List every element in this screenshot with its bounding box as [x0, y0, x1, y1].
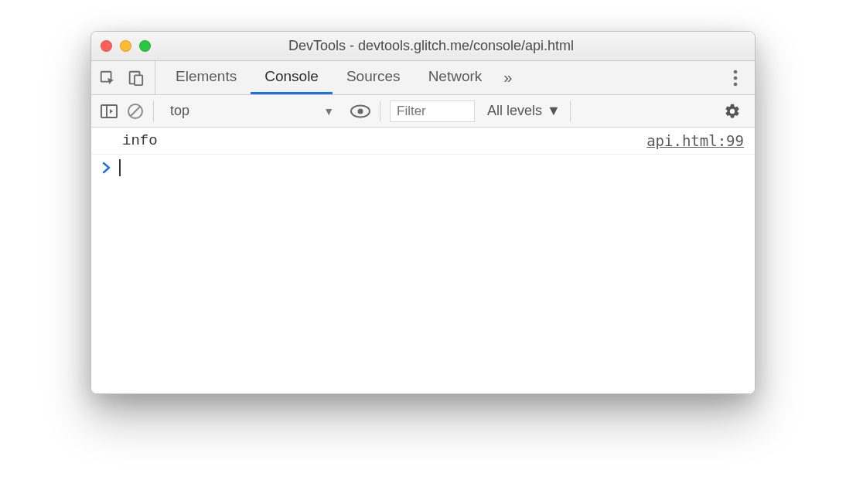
kebab-menu-icon[interactable]: [724, 61, 747, 94]
window-title: DevTools - devtools.glitch.me/console/ap…: [117, 38, 745, 54]
device-toolbar-icon[interactable]: [127, 70, 144, 87]
inspect-tools: [99, 61, 155, 94]
tabs-overflow-button[interactable]: »: [496, 61, 520, 94]
log-levels-label: All levels: [487, 103, 542, 119]
log-message: info: [122, 132, 158, 149]
caret-down-icon: ▼: [323, 105, 334, 117]
tabs-row: Elements Console Sources Network »: [91, 61, 755, 95]
svg-line-9: [131, 107, 140, 116]
console-toolbar: top ▼ All levels ▼: [91, 95, 755, 128]
svg-rect-6: [101, 105, 117, 117]
svg-point-11: [358, 108, 363, 114]
close-window-button[interactable]: [101, 40, 112, 52]
svg-point-4: [734, 76, 738, 80]
tab-network[interactable]: Network: [414, 61, 496, 94]
devtools-window: DevTools - devtools.glitch.me/console/ap…: [90, 31, 756, 394]
context-selector-value: top: [170, 103, 189, 119]
context-selector[interactable]: top ▼: [163, 99, 341, 123]
tab-sources[interactable]: Sources: [333, 61, 414, 94]
divider: [570, 101, 571, 121]
titlebar: DevTools - devtools.glitch.me/console/ap…: [91, 32, 755, 61]
tab-console[interactable]: Console: [251, 61, 333, 94]
filter-input[interactable]: [390, 100, 475, 122]
tabs-container: Elements Console Sources Network »: [155, 61, 724, 94]
divider: [153, 101, 154, 121]
settings-gear-icon[interactable]: [719, 103, 745, 120]
log-levels-selector[interactable]: All levels ▼: [487, 103, 561, 119]
sidebar-toggle-icon[interactable]: [101, 104, 118, 119]
svg-point-3: [734, 70, 738, 73]
inspect-element-icon[interactable]: [99, 70, 116, 87]
console-body: info api.html:99: [91, 128, 755, 393]
svg-rect-2: [135, 75, 142, 85]
console-prompt[interactable]: [91, 155, 755, 181]
caret-down-icon: ▼: [547, 103, 561, 119]
svg-point-5: [734, 82, 738, 86]
tab-elements[interactable]: Elements: [162, 61, 251, 94]
log-source-link[interactable]: api.html:99: [646, 132, 744, 149]
live-expression-icon[interactable]: [350, 104, 370, 118]
prompt-caret-icon: [102, 162, 111, 174]
clear-console-icon[interactable]: [127, 103, 144, 120]
divider: [380, 101, 380, 121]
text-cursor: [119, 159, 121, 176]
log-row[interactable]: info api.html:99: [91, 128, 755, 155]
